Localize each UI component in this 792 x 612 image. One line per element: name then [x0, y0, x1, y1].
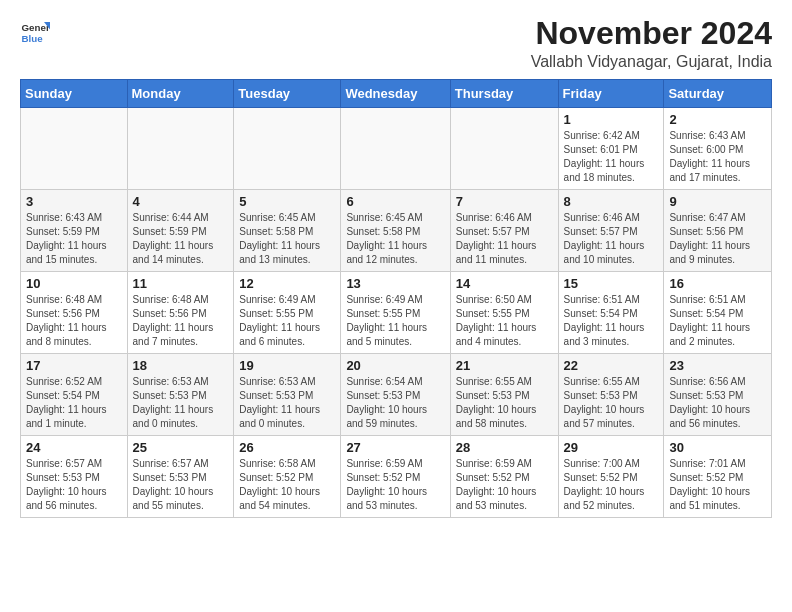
col-saturday: Saturday	[664, 80, 772, 108]
table-row	[21, 108, 128, 190]
day-info: Sunrise: 7:01 AMSunset: 5:52 PMDaylight:…	[669, 457, 766, 513]
calendar-week-row: 10Sunrise: 6:48 AMSunset: 5:56 PMDayligh…	[21, 272, 772, 354]
table-row: 30Sunrise: 7:01 AMSunset: 5:52 PMDayligh…	[664, 436, 772, 518]
day-number: 28	[456, 440, 553, 455]
day-info: Sunrise: 6:43 AMSunset: 5:59 PMDaylight:…	[26, 211, 122, 267]
day-info: Sunrise: 6:50 AMSunset: 5:55 PMDaylight:…	[456, 293, 553, 349]
day-info: Sunrise: 6:54 AMSunset: 5:53 PMDaylight:…	[346, 375, 444, 431]
day-info: Sunrise: 6:44 AMSunset: 5:59 PMDaylight:…	[133, 211, 229, 267]
day-number: 16	[669, 276, 766, 291]
calendar-header-row: Sunday Monday Tuesday Wednesday Thursday…	[21, 80, 772, 108]
day-number: 9	[669, 194, 766, 209]
table-row: 6Sunrise: 6:45 AMSunset: 5:58 PMDaylight…	[341, 190, 450, 272]
day-number: 15	[564, 276, 659, 291]
table-row: 21Sunrise: 6:55 AMSunset: 5:53 PMDayligh…	[450, 354, 558, 436]
day-number: 12	[239, 276, 335, 291]
col-sunday: Sunday	[21, 80, 128, 108]
table-row: 20Sunrise: 6:54 AMSunset: 5:53 PMDayligh…	[341, 354, 450, 436]
table-row: 25Sunrise: 6:57 AMSunset: 5:53 PMDayligh…	[127, 436, 234, 518]
day-info: Sunrise: 6:42 AMSunset: 6:01 PMDaylight:…	[564, 129, 659, 185]
month-title: November 2024	[531, 16, 772, 51]
day-info: Sunrise: 6:57 AMSunset: 5:53 PMDaylight:…	[133, 457, 229, 513]
day-number: 3	[26, 194, 122, 209]
day-info: Sunrise: 6:46 AMSunset: 5:57 PMDaylight:…	[456, 211, 553, 267]
title-area: November 2024 Vallabh Vidyanagar, Gujara…	[531, 16, 772, 71]
day-info: Sunrise: 6:45 AMSunset: 5:58 PMDaylight:…	[346, 211, 444, 267]
table-row: 29Sunrise: 7:00 AMSunset: 5:52 PMDayligh…	[558, 436, 664, 518]
day-info: Sunrise: 6:59 AMSunset: 5:52 PMDaylight:…	[456, 457, 553, 513]
table-row: 23Sunrise: 6:56 AMSunset: 5:53 PMDayligh…	[664, 354, 772, 436]
table-row: 24Sunrise: 6:57 AMSunset: 5:53 PMDayligh…	[21, 436, 128, 518]
day-info: Sunrise: 6:51 AMSunset: 5:54 PMDaylight:…	[564, 293, 659, 349]
day-info: Sunrise: 6:55 AMSunset: 5:53 PMDaylight:…	[564, 375, 659, 431]
table-row: 26Sunrise: 6:58 AMSunset: 5:52 PMDayligh…	[234, 436, 341, 518]
day-info: Sunrise: 6:57 AMSunset: 5:53 PMDaylight:…	[26, 457, 122, 513]
calendar-week-row: 24Sunrise: 6:57 AMSunset: 5:53 PMDayligh…	[21, 436, 772, 518]
logo: General Blue	[20, 16, 50, 46]
day-number: 29	[564, 440, 659, 455]
day-info: Sunrise: 6:49 AMSunset: 5:55 PMDaylight:…	[346, 293, 444, 349]
col-tuesday: Tuesday	[234, 80, 341, 108]
day-info: Sunrise: 6:47 AMSunset: 5:56 PMDaylight:…	[669, 211, 766, 267]
table-row: 5Sunrise: 6:45 AMSunset: 5:58 PMDaylight…	[234, 190, 341, 272]
header: General Blue November 2024 Vallabh Vidya…	[20, 16, 772, 71]
day-info: Sunrise: 7:00 AMSunset: 5:52 PMDaylight:…	[564, 457, 659, 513]
table-row: 28Sunrise: 6:59 AMSunset: 5:52 PMDayligh…	[450, 436, 558, 518]
day-info: Sunrise: 6:49 AMSunset: 5:55 PMDaylight:…	[239, 293, 335, 349]
table-row	[450, 108, 558, 190]
table-row: 8Sunrise: 6:46 AMSunset: 5:57 PMDaylight…	[558, 190, 664, 272]
table-row: 22Sunrise: 6:55 AMSunset: 5:53 PMDayligh…	[558, 354, 664, 436]
day-info: Sunrise: 6:46 AMSunset: 5:57 PMDaylight:…	[564, 211, 659, 267]
table-row: 12Sunrise: 6:49 AMSunset: 5:55 PMDayligh…	[234, 272, 341, 354]
table-row: 10Sunrise: 6:48 AMSunset: 5:56 PMDayligh…	[21, 272, 128, 354]
table-row	[234, 108, 341, 190]
col-thursday: Thursday	[450, 80, 558, 108]
table-row: 16Sunrise: 6:51 AMSunset: 5:54 PMDayligh…	[664, 272, 772, 354]
day-number: 17	[26, 358, 122, 373]
day-info: Sunrise: 6:52 AMSunset: 5:54 PMDaylight:…	[26, 375, 122, 431]
day-number: 1	[564, 112, 659, 127]
day-info: Sunrise: 6:51 AMSunset: 5:54 PMDaylight:…	[669, 293, 766, 349]
table-row: 14Sunrise: 6:50 AMSunset: 5:55 PMDayligh…	[450, 272, 558, 354]
day-number: 10	[26, 276, 122, 291]
col-friday: Friday	[558, 80, 664, 108]
table-row: 1Sunrise: 6:42 AMSunset: 6:01 PMDaylight…	[558, 108, 664, 190]
day-number: 19	[239, 358, 335, 373]
table-row	[341, 108, 450, 190]
col-wednesday: Wednesday	[341, 80, 450, 108]
table-row: 18Sunrise: 6:53 AMSunset: 5:53 PMDayligh…	[127, 354, 234, 436]
table-row: 13Sunrise: 6:49 AMSunset: 5:55 PMDayligh…	[341, 272, 450, 354]
day-number: 25	[133, 440, 229, 455]
day-number: 20	[346, 358, 444, 373]
table-row: 17Sunrise: 6:52 AMSunset: 5:54 PMDayligh…	[21, 354, 128, 436]
day-info: Sunrise: 6:48 AMSunset: 5:56 PMDaylight:…	[133, 293, 229, 349]
svg-text:Blue: Blue	[22, 33, 44, 44]
calendar-week-row: 1Sunrise: 6:42 AMSunset: 6:01 PMDaylight…	[21, 108, 772, 190]
day-info: Sunrise: 6:53 AMSunset: 5:53 PMDaylight:…	[133, 375, 229, 431]
day-number: 13	[346, 276, 444, 291]
day-number: 5	[239, 194, 335, 209]
day-info: Sunrise: 6:48 AMSunset: 5:56 PMDaylight:…	[26, 293, 122, 349]
calendar-week-row: 17Sunrise: 6:52 AMSunset: 5:54 PMDayligh…	[21, 354, 772, 436]
day-info: Sunrise: 6:53 AMSunset: 5:53 PMDaylight:…	[239, 375, 335, 431]
subtitle: Vallabh Vidyanagar, Gujarat, India	[531, 53, 772, 71]
day-number: 11	[133, 276, 229, 291]
table-row: 11Sunrise: 6:48 AMSunset: 5:56 PMDayligh…	[127, 272, 234, 354]
calendar-week-row: 3Sunrise: 6:43 AMSunset: 5:59 PMDaylight…	[21, 190, 772, 272]
day-info: Sunrise: 6:55 AMSunset: 5:53 PMDaylight:…	[456, 375, 553, 431]
col-monday: Monday	[127, 80, 234, 108]
day-number: 27	[346, 440, 444, 455]
day-number: 4	[133, 194, 229, 209]
day-number: 6	[346, 194, 444, 209]
day-info: Sunrise: 6:58 AMSunset: 5:52 PMDaylight:…	[239, 457, 335, 513]
table-row: 27Sunrise: 6:59 AMSunset: 5:52 PMDayligh…	[341, 436, 450, 518]
table-row: 9Sunrise: 6:47 AMSunset: 5:56 PMDaylight…	[664, 190, 772, 272]
day-number: 21	[456, 358, 553, 373]
day-number: 30	[669, 440, 766, 455]
day-info: Sunrise: 6:56 AMSunset: 5:53 PMDaylight:…	[669, 375, 766, 431]
day-info: Sunrise: 6:43 AMSunset: 6:00 PMDaylight:…	[669, 129, 766, 185]
table-row: 2Sunrise: 6:43 AMSunset: 6:00 PMDaylight…	[664, 108, 772, 190]
calendar-table: Sunday Monday Tuesday Wednesday Thursday…	[20, 79, 772, 518]
day-info: Sunrise: 6:59 AMSunset: 5:52 PMDaylight:…	[346, 457, 444, 513]
logo-icon: General Blue	[20, 16, 50, 46]
